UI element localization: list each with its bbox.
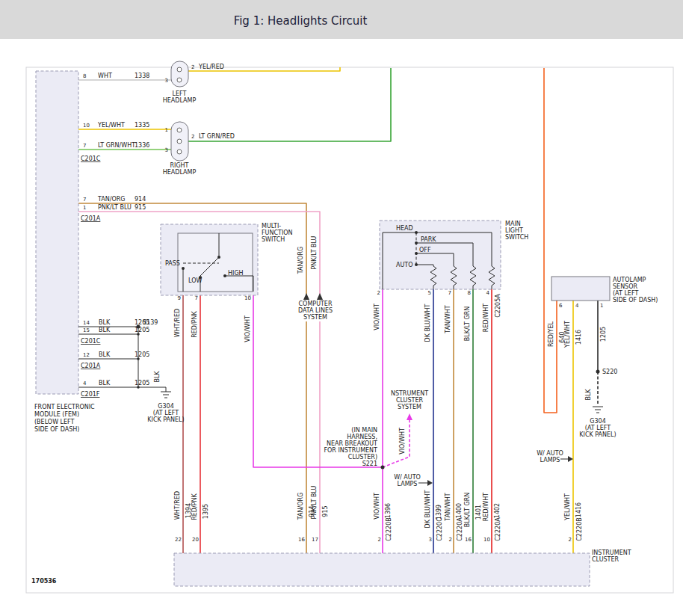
right-headlamp-label: RIGHT — [170, 162, 188, 169]
ground-label: G304 — [590, 418, 605, 425]
headlamp-pin: 2 — [191, 64, 194, 70]
wire-color-label: TAN/WHT — [445, 493, 451, 521]
wire-color-label: RED/WHT — [483, 493, 489, 521]
switch-position: HEAD — [396, 225, 413, 232]
autolamp-label: AUTOLAMP — [613, 277, 646, 283]
splice-note: HARNESS, — [347, 434, 377, 440]
autolamp-label: (AT LEFT — [613, 290, 638, 297]
pin-cavity — [177, 67, 182, 72]
left-headlamp-label: LEFT — [173, 90, 187, 97]
circuit-number: 1396 — [385, 503, 392, 518]
switch-position: AUTO — [396, 262, 413, 268]
cluster-pin: 17 — [312, 537, 318, 543]
splice-label: S221 — [362, 461, 377, 467]
mfs-label: MULTI- — [262, 223, 281, 230]
fem-label: FRONT ELECTRONIC — [34, 404, 95, 410]
autolamp-label: SENSOR — [613, 283, 637, 290]
w-auto-lamps-note: W/ AUTO — [537, 450, 563, 457]
fem-pin: 10 — [83, 123, 90, 129]
cluster-connector-label: C2220C — [436, 517, 443, 541]
autolamp-box — [551, 277, 610, 301]
circuit-number: 915 — [322, 505, 329, 517]
wire-color-label: DK BLU/WHT — [424, 304, 431, 342]
fem-pin: 4 — [83, 381, 87, 386]
switch-position: LOW — [188, 277, 202, 284]
wire-color-label: RED/PNK — [191, 493, 198, 520]
connector-label: C201C — [81, 338, 101, 345]
wire-color-label: VIO/WHT — [399, 428, 406, 455]
fem-label: MODULE (FEM) — [34, 411, 79, 418]
switch-position: OFF — [419, 247, 431, 253]
wire-color-label: YEL/WHT — [97, 122, 125, 129]
cluster-pin: 3 — [429, 537, 432, 543]
switch-pin: 4 — [486, 290, 490, 296]
drawing-number: 170536 — [31, 578, 57, 585]
circuit-number: 914 — [135, 196, 146, 203]
circuit-number: 1401 — [475, 505, 482, 520]
wire-color-label: BLK — [99, 319, 111, 326]
circuit-number: 1205 — [135, 351, 149, 358]
fem-pin: 15 — [83, 327, 90, 333]
instrument-cluster-box — [174, 553, 590, 586]
switch-pin: 2 — [377, 290, 380, 296]
wire-color-label: WHT/RED — [174, 309, 181, 337]
cluster-pin: 20 — [192, 537, 199, 543]
ground-label: KICK PANEL) — [147, 416, 184, 423]
wire-color-label: RED/WHT — [483, 304, 489, 332]
fem-pin: 7 — [83, 143, 86, 149]
switch-pin: 8 — [468, 290, 471, 296]
header: Fig 1: Headlights Circuit — [0, 0, 683, 39]
fem-pin: 14 — [83, 320, 90, 326]
system-label: SYSTEM — [303, 314, 327, 321]
wire-color-label: VIO/WHT — [374, 493, 380, 520]
cluster-pin: 10 — [483, 537, 490, 543]
fem-pin: 7 — [83, 197, 86, 203]
pin-cavity — [177, 150, 182, 154]
connector-label: C201A — [81, 215, 101, 222]
circuit-number: 1402 — [494, 503, 501, 518]
wire-color-label: WHT/RED — [174, 491, 181, 520]
pin-cavity — [177, 78, 182, 82]
instrument-cluster: INSTRUMENT CLUSTER — [174, 549, 631, 586]
wire-color-label: PNK/LT BLU — [311, 235, 318, 269]
system-label: SYSTEM — [398, 404, 421, 410]
wire-color-label: BLK — [99, 351, 111, 358]
headlamp-pin: 2 — [191, 134, 194, 140]
wire-color-label: VIO/WHT — [374, 304, 380, 330]
wire-color-label: YEL/WHT — [564, 321, 571, 348]
figure-title: Fig 1: Headlights Circuit — [234, 14, 368, 28]
switch-position: PARK — [421, 236, 436, 243]
system-label: DATA LINES — [298, 307, 333, 314]
w-auto-lamps-note: W/ AUTO — [394, 474, 421, 481]
mls-label: SWITCH — [505, 234, 528, 241]
wire-color-label: BLK — [99, 327, 111, 333]
circuit-number: 1416 — [575, 330, 582, 345]
pin-cavity — [177, 139, 182, 144]
connector-label: C2205A — [495, 294, 501, 318]
circuit-number: 1205 — [135, 327, 149, 333]
system-label: NSTRUMENT — [391, 390, 428, 397]
pin-cavity — [177, 128, 182, 132]
cluster-pin: 16 — [465, 537, 472, 543]
switch-pin: 7 — [448, 290, 451, 296]
splice-note: NEAR BREAKOUT — [327, 440, 377, 447]
mfs-label: FUNCTION — [262, 230, 293, 236]
switch-pin: 10 — [244, 295, 251, 301]
wire-color-label: PNK/LT BLU — [98, 204, 132, 211]
splice-dot — [596, 370, 600, 374]
w-auto-lamps-note: LAMPS — [540, 457, 560, 463]
circuit-number: 915 — [135, 204, 146, 211]
sensor-pin: 1 — [600, 303, 603, 309]
switch-pin: 7 — [195, 295, 198, 301]
wiring-diagram: Fig 1: Headlights Circuit FRONT ELECTRON… — [0, 0, 683, 616]
fem-pin: 1 — [83, 205, 86, 211]
fem-label: (BELOW LEFT — [34, 419, 75, 425]
cluster-connector-label: C2220B — [576, 517, 583, 540]
wire-color-label: BLK/LT GRN — [464, 307, 471, 341]
wire-color-label: BLK — [585, 389, 592, 401]
connector-label: C201F — [81, 391, 100, 398]
connector-label: C201C — [81, 155, 101, 162]
ground-label: KICK PANEL) — [579, 431, 616, 438]
mls-label: LIGHT — [505, 227, 523, 234]
wire-color-label: TAN/ORG — [297, 493, 304, 520]
